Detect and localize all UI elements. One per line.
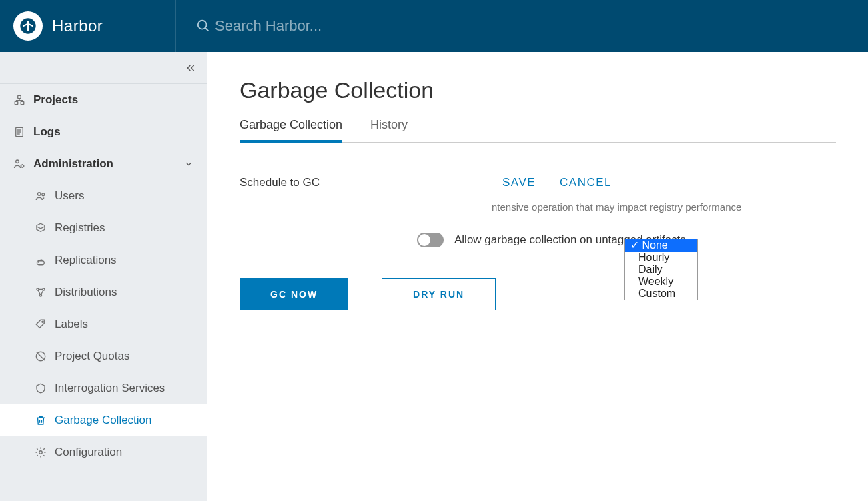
dry-run-button[interactable]: DRY RUN xyxy=(382,278,496,310)
sidebar-item-distributions[interactable]: Distributions xyxy=(0,276,207,308)
harbor-logo-icon xyxy=(13,11,43,41)
chevron-down-icon xyxy=(184,159,193,169)
sidebar-item-label: Logs xyxy=(33,125,61,139)
sidebar-collapse[interactable] xyxy=(0,52,207,84)
sidebar-item-configuration[interactable]: Configuration xyxy=(0,436,207,468)
schedule-dropdown[interactable]: None Hourly Daily Weekly Custom xyxy=(624,239,698,300)
sidebar-item-label: Users xyxy=(55,189,84,203)
svg-point-9 xyxy=(16,160,19,163)
svg-rect-2 xyxy=(18,95,21,99)
administration-icon xyxy=(13,158,25,170)
search-input[interactable] xyxy=(211,17,478,35)
sidebar-item-labels[interactable]: Labels xyxy=(0,308,207,340)
cancel-link[interactable]: CANCEL xyxy=(560,176,612,189)
sidebar-item-label: Labels xyxy=(55,318,88,331)
chevron-double-left-icon xyxy=(185,63,196,73)
garbage-icon xyxy=(35,414,47,426)
tabs: Garbage Collection History xyxy=(240,118,836,143)
svg-point-11 xyxy=(38,193,41,196)
sidebar: Projects Logs Administration Users Regis… xyxy=(0,52,207,501)
svg-line-1 xyxy=(205,28,209,31)
sidebar-item-interrogation-services[interactable]: Interrogation Services xyxy=(0,372,207,404)
dropdown-option-daily[interactable]: Daily xyxy=(625,264,697,276)
sidebar-item-label: Registries xyxy=(55,221,105,235)
header: Harbor xyxy=(0,0,868,52)
sidebar-item-label: Configuration xyxy=(55,446,122,459)
configuration-icon xyxy=(35,446,47,458)
performance-warning: ntensive operation that may impact regis… xyxy=(492,201,836,213)
svg-rect-4 xyxy=(21,101,24,105)
brand[interactable]: Harbor xyxy=(0,0,176,52)
sidebar-item-administration[interactable]: Administration xyxy=(0,148,207,180)
labels-icon xyxy=(35,318,47,330)
svg-point-21 xyxy=(39,451,43,454)
tab-history[interactable]: History xyxy=(370,118,408,142)
gc-now-button[interactable]: GC NOW xyxy=(240,278,348,310)
sidebar-item-label: Garbage Collection xyxy=(55,414,152,427)
search-area xyxy=(176,17,868,35)
interrogation-icon xyxy=(35,382,47,394)
sidebar-item-logs[interactable]: Logs xyxy=(0,116,207,148)
svg-point-15 xyxy=(40,294,42,296)
sidebar-item-garbage-collection[interactable]: Garbage Collection xyxy=(0,404,207,436)
dropdown-option-weekly[interactable]: Weekly xyxy=(625,276,697,288)
svg-line-18 xyxy=(37,352,45,360)
registries-icon xyxy=(35,222,47,234)
sidebar-item-project-quotas[interactable]: Project Quotas xyxy=(0,340,207,372)
sidebar-item-label: Administration xyxy=(33,157,113,171)
sidebar-item-label: Replications xyxy=(55,254,117,267)
page-title: Garbage Collection xyxy=(240,77,836,103)
sidebar-item-projects[interactable]: Projects xyxy=(0,84,207,116)
svg-point-14 xyxy=(43,288,45,290)
sidebar-item-users[interactable]: Users xyxy=(0,180,207,212)
tab-garbage-collection[interactable]: Garbage Collection xyxy=(240,118,342,143)
schedule-label: Schedule to GC xyxy=(240,176,417,189)
logs-icon xyxy=(13,126,25,138)
quotas-icon xyxy=(35,350,47,362)
save-link[interactable]: SAVE xyxy=(502,176,536,189)
sidebar-item-replications[interactable]: Replications xyxy=(0,244,207,276)
svg-point-12 xyxy=(42,193,45,196)
svg-point-0 xyxy=(198,21,207,29)
sidebar-item-label: Project Quotas xyxy=(55,350,129,363)
dropdown-option-custom[interactable]: Custom xyxy=(625,288,697,300)
replications-icon xyxy=(35,254,47,266)
sidebar-item-registries[interactable]: Registries xyxy=(0,212,207,244)
sidebar-item-label: Projects xyxy=(33,93,78,107)
untagged-toggle[interactable] xyxy=(417,233,444,247)
svg-point-16 xyxy=(42,321,43,322)
svg-rect-3 xyxy=(15,101,18,105)
main-content: Garbage Collection Garbage Collection Hi… xyxy=(207,52,868,501)
svg-point-13 xyxy=(37,288,39,290)
dropdown-option-none[interactable]: None xyxy=(625,239,697,252)
dropdown-option-hourly[interactable]: Hourly xyxy=(625,252,697,264)
product-name: Harbor xyxy=(52,17,103,35)
sidebar-item-label: Interrogation Services xyxy=(55,382,165,395)
distributions-icon xyxy=(35,286,47,298)
search-icon xyxy=(196,19,211,33)
sidebar-item-label: Distributions xyxy=(55,286,117,299)
projects-icon xyxy=(13,94,25,106)
users-icon xyxy=(35,190,47,202)
svg-point-10 xyxy=(21,165,24,167)
